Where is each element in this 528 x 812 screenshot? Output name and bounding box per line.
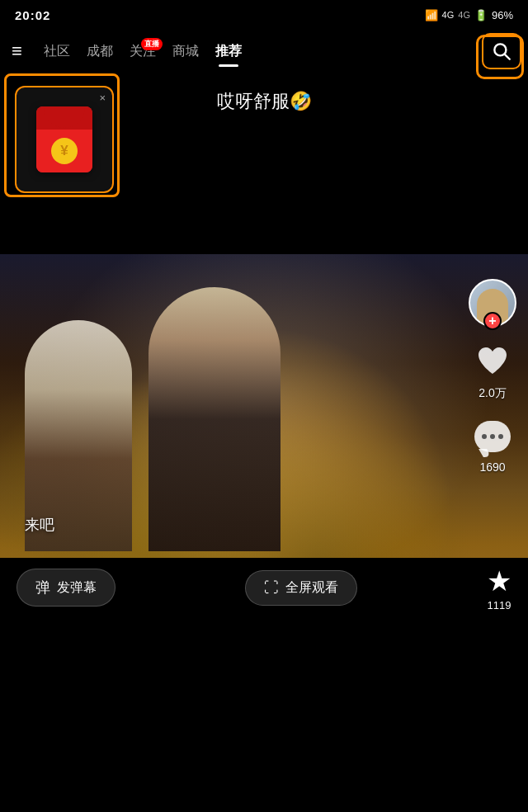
fullscreen-button[interactable]: ⛶ 全屏观看	[245, 570, 357, 606]
status-time: 20:02	[15, 8, 50, 22]
tab-follow[interactable]: 关注 直播	[121, 38, 164, 65]
comment-button[interactable]: 1690	[472, 416, 513, 474]
comment-dots	[482, 434, 503, 439]
comment-icon-wrap	[472, 416, 513, 457]
bottom-controls: 弹 发弹幕 ⛶ 全屏观看 ★ 1119	[0, 558, 528, 617]
video-caption: 来吧	[25, 515, 54, 535]
like-count: 2.0万	[478, 386, 506, 401]
envelope-body: ¥	[36, 130, 92, 172]
follow-plus-button[interactable]: +	[483, 312, 502, 330]
action-bar: + 2.0万	[469, 279, 516, 474]
user-avatar-wrap[interactable]: +	[469, 279, 516, 327]
network-4g-icon: 4G	[442, 10, 455, 20]
nav-tabs: 社区 成都 关注 直播 商城 推荐	[35, 38, 478, 65]
signal-icon: 📶	[425, 9, 438, 21]
envelope-flap	[44, 106, 85, 128]
status-icons: 📶 4G 4G 🔋 96%	[425, 9, 513, 21]
network-4g-2-icon: 4G	[458, 10, 470, 20]
fullscreen-label: 全屏观看	[285, 579, 338, 597]
float-ad[interactable]: × ¥	[15, 86, 114, 193]
fullscreen-icon: ⛶	[264, 579, 279, 597]
star-button[interactable]: ★ 1119	[487, 564, 512, 611]
danmaku-button[interactable]: 弹 发弹幕	[16, 569, 116, 607]
red-envelope: ¥	[36, 106, 92, 172]
comment-count: 1690	[479, 460, 505, 474]
tab-chengdu[interactable]: 成都	[78, 38, 121, 65]
tab-recommend[interactable]: 推荐	[207, 38, 250, 65]
gold-coin: ¥	[51, 138, 78, 164]
star-icon: ★	[487, 564, 512, 597]
nav-bar: ≡ 社区 成都 关注 直播 商城 推荐	[0, 30, 528, 73]
svg-line-1	[505, 54, 510, 59]
dot-2	[490, 434, 495, 439]
dot-3	[498, 434, 503, 439]
battery-icon: 🔋	[474, 9, 488, 21]
danmaku-label: 发弹幕	[57, 579, 97, 597]
danmaku-icon: 弹	[35, 578, 50, 597]
ad-close-button[interactable]: ×	[99, 92, 106, 104]
heart-icon	[474, 344, 511, 380]
battery-percent: 96%	[492, 9, 513, 21]
heart-icon-wrap	[472, 342, 513, 383]
status-bar: 20:02 📶 4G 4G 🔋 96%	[0, 0, 528, 30]
person-center	[148, 287, 280, 551]
upper-section: 哎呀舒服🤣 × ¥	[0, 73, 528, 254]
menu-icon[interactable]: ≡	[7, 35, 27, 67]
video-section[interactable]: 来吧 + 2.0万	[0, 254, 528, 617]
dot-1	[482, 434, 487, 439]
like-button[interactable]: 2.0万	[472, 342, 513, 401]
tab-mall[interactable]: 商城	[164, 38, 207, 65]
star-count: 1119	[488, 599, 512, 611]
search-button[interactable]	[482, 33, 521, 69]
comment-bubble-icon	[474, 421, 511, 452]
live-badge: 直播	[141, 38, 163, 50]
search-icon	[491, 40, 512, 62]
envelope-top	[36, 106, 92, 130]
tab-community[interactable]: 社区	[35, 38, 78, 65]
